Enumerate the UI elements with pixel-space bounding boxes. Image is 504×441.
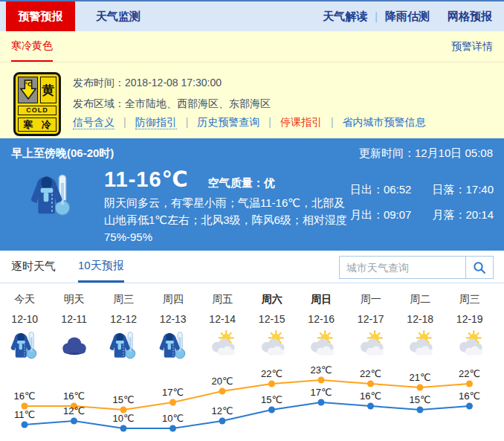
day-name: 明天: [50, 293, 100, 306]
overcast-weather-icon: [50, 329, 100, 362]
publish-time-row: 发布时间：2018-12-08 17:30:00: [73, 72, 426, 93]
forecast-day-column-12-11[interactable]: 明天12-11: [50, 283, 100, 362]
temperature-range: 11-16℃: [104, 167, 189, 192]
sun-moon-label: 日出：: [350, 183, 384, 196]
svg-text:23℃: 23℃: [310, 364, 332, 376]
current-weather-panel: 早上至傍晚(06-20时) 更新时间：12月10日 05:08 11-16℃ 空…: [0, 138, 504, 251]
update-time: 更新时间：12月10日 05:08: [359, 147, 493, 161]
forecast-day-column-12-19[interactable]: 周三12-19: [445, 283, 495, 362]
svg-text:℃: ℃: [25, 81, 31, 88]
forecast-day-column-12-13[interactable]: 周四12-13: [149, 283, 198, 362]
tab-hourly-weather[interactable]: 逐时天气: [11, 251, 56, 283]
nav-links: 天气解读|降雨估测网格预报: [323, 1, 504, 31]
forecast-tabs-row: 逐时天气 10天预报: [0, 251, 504, 283]
svg-text:15℃: 15℃: [261, 394, 282, 405]
day-name: 今天: [0, 293, 50, 306]
forecast-period-label: 早上至傍晚(06-20时): [11, 147, 114, 161]
day-date: 12-14: [198, 313, 248, 325]
day-date: 12-17: [346, 313, 396, 325]
air-quality: 空气质量：优: [208, 176, 275, 190]
alert-link-separator: |: [331, 116, 334, 128]
tab-warning-forecast[interactable]: 预警预报: [6, 1, 75, 31]
nav-separator: |: [375, 10, 378, 22]
forecast-day-column-12-17[interactable]: 周一12-17: [346, 283, 396, 362]
current-content: 11-16℃ 空气质量：优 阴天间多云，有零星小雨；气温11-16℃，北部及山地…: [0, 161, 504, 245]
svg-text:16℃: 16℃: [13, 390, 35, 402]
partly-weather-icon: [395, 329, 445, 362]
temperature-drop-arrow-icon: ℃: [18, 77, 38, 103]
nav-link-0[interactable]: 天气解读: [323, 10, 367, 24]
warning-name-label: 寒 冷: [18, 118, 56, 132]
sun-moon-item-2: 月出：09:07: [350, 208, 412, 222]
cold-weather-icon: [0, 329, 50, 362]
day-date: 12-13: [149, 313, 198, 325]
day-date: 12-12: [99, 313, 149, 325]
alert-link-3[interactable]: 停课指引: [280, 116, 322, 128]
svg-text:16℃: 16℃: [63, 390, 85, 402]
forecast-day-column-12-10[interactable]: 今天12-10: [0, 283, 50, 362]
nav-link-1[interactable]: 降雨估测: [385, 10, 430, 24]
sun-moon-value: 06:52: [384, 183, 412, 196]
publish-time-value: 2018-12-08 17:30:00: [125, 77, 222, 88]
tab-ten-day-forecast[interactable]: 10天预报: [78, 251, 124, 283]
sun-moon-value: 20:14: [465, 208, 494, 221]
forecast-day-column-12-15[interactable]: 周六12-15: [248, 283, 297, 362]
current-header: 早上至傍晚(06-20时) 更新时间：12月10日 05:08: [0, 138, 504, 161]
day-name: 周日: [297, 293, 346, 306]
alert-link-separator: |: [123, 116, 126, 128]
weather-description: 阴天间多云，有零星小雨；气温11-16℃，北部及山地再低1℃左右；北风3级，阵风…: [104, 194, 350, 245]
nav-link-2[interactable]: 网格预报: [448, 10, 492, 24]
day-name: 周四: [149, 293, 198, 306]
publish-area-label: 发布区域：: [73, 97, 125, 109]
alert-link-4[interactable]: 省内城市预警信息: [343, 116, 426, 128]
weather-page: 预警预报 天气监测 天气解读|降雨估测网格预报 寒冷黄色 预警详情 ℃ 黄: [0, 0, 504, 441]
day-date: 12-11: [50, 313, 100, 325]
forecast-day-column-12-12[interactable]: 周三12-12: [99, 283, 149, 362]
alert-link-separator: |: [186, 116, 189, 128]
day-date: 12-15: [248, 313, 297, 325]
alert-detail-link[interactable]: 预警详情: [451, 31, 493, 62]
cold-weather-icon: [99, 329, 149, 362]
partly-weather-icon: [346, 329, 396, 362]
day-date: 12-16: [297, 313, 346, 325]
forecast-day-column-12-16[interactable]: 周日12-16: [297, 283, 346, 362]
publish-area-value: 全市陆地、西部海区、东部海区: [125, 97, 271, 109]
alert-links-row: 信号含义|防御指引|历史预警查询|停课指引|省内城市预警信息: [73, 116, 426, 129]
svg-text:22℃: 22℃: [459, 368, 480, 379]
alert-link-separator: |: [268, 116, 271, 128]
svg-text:15℃: 15℃: [409, 394, 430, 405]
sun-moon-label: 月出：: [350, 208, 384, 221]
cold-coat-weather-icon: [28, 171, 76, 229]
alert-link-1[interactable]: 防御指引: [135, 116, 177, 129]
search-button[interactable]: [465, 257, 493, 278]
city-search-input[interactable]: [340, 257, 465, 278]
svg-text:16℃: 16℃: [360, 390, 381, 402]
svg-text:15℃: 15℃: [112, 394, 134, 405]
partly-weather-icon: [445, 329, 495, 362]
cold-yellow-warning-sign-icon: ℃ 黄 COLD 寒 冷: [13, 72, 61, 136]
tab-weather-monitor[interactable]: 天气监测: [75, 1, 161, 31]
alert-link-2[interactable]: 历史预警查询: [197, 116, 259, 128]
sun-moon-value: 09:07: [384, 208, 412, 221]
svg-text:22℃: 22℃: [261, 368, 282, 379]
alert-title-cold-yellow[interactable]: 寒冷黄色: [11, 31, 53, 62]
alert-link-0[interactable]: 信号含义: [73, 116, 114, 129]
sun-moon-value: 17:40: [465, 183, 494, 196]
sun-moon-item-1: 日落：17:40: [432, 183, 494, 197]
day-name: 周六: [248, 293, 297, 306]
svg-text:12℃: 12℃: [63, 405, 85, 416]
alert-panel: 寒冷黄色 预警详情 ℃ 黄 COLD 寒 冷 发布时间：2018-1: [0, 31, 504, 138]
day-date: 12-10: [0, 313, 50, 325]
forecast-day-column-12-14[interactable]: 周五12-14: [198, 283, 248, 362]
search-icon: [473, 261, 486, 274]
svg-text:10℃: 10℃: [162, 413, 184, 424]
day-name: 周三: [99, 293, 149, 306]
day-date: 12-18: [395, 313, 445, 325]
day-name: 周一: [346, 293, 396, 306]
sun-moon-label: 月落：: [432, 208, 465, 221]
publish-area-row: 发布区域：全市陆地、西部海区、东部海区: [73, 93, 426, 114]
temperature-chart: 16℃16℃15℃17℃20℃22℃23℃22℃21℃22℃11℃12℃10℃1…: [0, 364, 494, 441]
city-search-box: [339, 256, 494, 279]
forecast-day-column-12-18[interactable]: 周二12-18: [395, 283, 445, 362]
alert-body: ℃ 黄 COLD 寒 冷 发布时间：2018-12-08 17:30:00 发布…: [0, 62, 504, 136]
